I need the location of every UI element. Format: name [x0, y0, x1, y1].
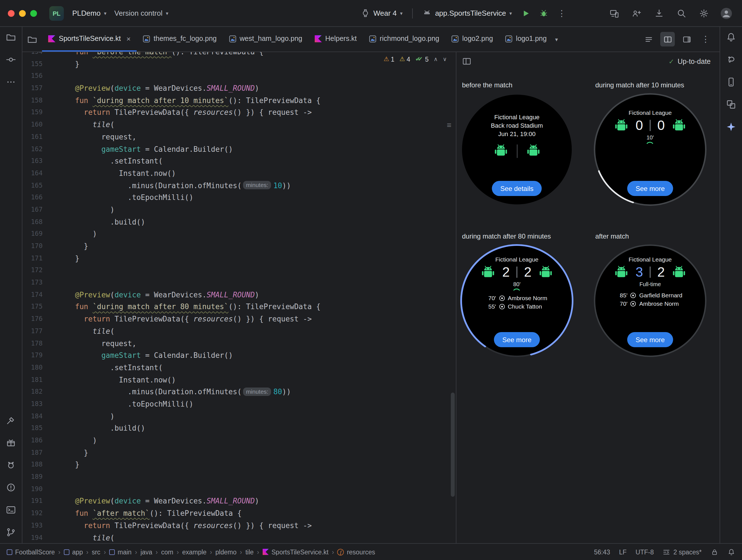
debug-button[interactable] [536, 5, 551, 21]
commit-icon[interactable] [3, 53, 19, 66]
next-problem-icon[interactable]: ∨ [443, 56, 447, 62]
divider [517, 144, 517, 158]
update-project-icon[interactable] [651, 5, 667, 21]
minimize-window-button[interactable] [19, 10, 26, 16]
split-editor-icon[interactable] [660, 32, 675, 47]
watch-preview: during match after 10 minutesFictional L… [595, 81, 705, 204]
watch-action-button[interactable]: See details [492, 181, 542, 196]
scorer-row: 70'Ambrose Norm [618, 300, 682, 307]
watch-action-button[interactable]: See more [494, 332, 540, 347]
code-line: 186 ) [22, 435, 453, 447]
device-selector[interactable]: Wear 4 ▾ [357, 6, 407, 20]
code-with-me-icon[interactable] [629, 5, 645, 21]
version-control-icon[interactable] [3, 525, 19, 539]
breadcrumb-item[interactable]: example [182, 549, 207, 555]
line-number: 171 [22, 252, 43, 264]
indent-setting[interactable]: 2 spaces* [663, 548, 702, 556]
line-number: 187 [22, 447, 43, 459]
code-text: return TilePreviewData({ resources() }) … [75, 107, 312, 119]
breadcrumb-item[interactable]: SportsTileService.kt [263, 549, 329, 555]
code-line: 188} [22, 459, 453, 471]
tab-logo1.png[interactable]: logo1.png [499, 27, 553, 52]
match-info-line: Back road Stadium [491, 121, 543, 130]
watch-action-button[interactable]: See more [627, 332, 673, 347]
notifications-icon[interactable] [723, 30, 739, 44]
device-manager-icon[interactable] [723, 75, 739, 89]
tab-label: richmond_logo.png [380, 35, 439, 43]
status-notifications-icon[interactable] [728, 548, 735, 556]
code-line: 194 tile( [22, 532, 453, 543]
write-protect-icon[interactable] [711, 548, 719, 556]
run-button[interactable] [518, 5, 534, 21]
terminal-icon[interactable] [3, 503, 19, 516]
hidden-tabs-chevron-icon[interactable]: ▾ [555, 36, 558, 42]
settings-icon[interactable] [696, 5, 712, 21]
score-row: 22 [480, 264, 553, 280]
breadcrumb-item[interactable]: java [141, 549, 152, 555]
breadcrumb-item[interactable]: tile [245, 549, 253, 555]
profile-icon[interactable] [719, 5, 734, 21]
gemini-icon[interactable] [723, 120, 739, 133]
scorers-list: 85'Garfield Bernard70'Ambrose Norm [618, 292, 682, 307]
breadcrumb-item[interactable]: pldemo [215, 549, 236, 555]
tab-west_ham_logo.png[interactable]: west_ham_logo.png [223, 27, 309, 52]
code-line: 192fun `after match`(): TilePreviewData … [22, 507, 453, 519]
prev-problem-icon[interactable]: ∧ [434, 56, 438, 62]
project-selector[interactable]: PLDemo ▾ [68, 7, 110, 19]
device-mirror-icon[interactable] [606, 5, 622, 21]
cursor-position[interactable]: 56:43 [594, 549, 610, 555]
tab-richmond_logo.png[interactable]: richmond_logo.png [363, 27, 445, 52]
code-text: Instant.now() [75, 167, 176, 180]
tab-themes_fc_logo.png[interactable]: themes_fc_logo.png [137, 27, 223, 52]
breadcrumb-separator: › [156, 549, 158, 555]
resource-manager-icon[interactable] [723, 97, 739, 111]
vcs-menu[interactable]: Version control ▾ [110, 7, 172, 19]
code-line: 183 .toEpochMilli() [22, 398, 453, 410]
breadcrumb-separator: › [210, 549, 212, 555]
zoom-window-button[interactable] [30, 10, 37, 16]
close-tab-icon[interactable]: × [126, 35, 130, 43]
preview-layout-icon[interactable] [679, 32, 694, 47]
logcat-icon[interactable] [3, 458, 19, 471]
code-editor[interactable]: 154fun `before the match`(): TilePreview… [22, 52, 456, 543]
breadcrumb-item[interactable]: fresources [337, 549, 375, 555]
watch-action-button[interactable]: See more [627, 181, 673, 196]
home-score: 3 [636, 264, 643, 280]
file-encoding[interactable]: UTF-8 [636, 549, 654, 555]
tab-options-kebab-icon[interactable]: ⋮ [698, 32, 713, 47]
more-tools-icon[interactable] [3, 75, 19, 89]
tab-label: logo1.png [516, 35, 547, 43]
preview-layout-mode-icon[interactable] [462, 57, 472, 66]
inspections-widget[interactable]: ⚠1 ⚠4 ✔✔5 ∧ ∨ [384, 55, 447, 63]
indent-icon [663, 548, 671, 556]
tab-SportsTileService.kt[interactable]: SportsTileService.kt× [42, 27, 137, 52]
line-number: 183 [22, 398, 43, 410]
build-icon[interactable] [3, 413, 19, 427]
run-configuration-selector[interactable]: app.SportsTileService ▾ [418, 6, 516, 20]
project-folder-icon[interactable] [27, 34, 38, 45]
editor-list-icon[interactable] [641, 32, 656, 47]
breadcrumb-item[interactable]: main [109, 549, 131, 555]
breadcrumb-item[interactable]: app [64, 549, 83, 555]
module-icon [64, 549, 69, 555]
editor-actions-icon[interactable]: ≡ [447, 120, 452, 130]
packages-icon[interactable] [3, 436, 19, 449]
code-line: 156 [22, 70, 453, 82]
close-window-button[interactable] [8, 10, 14, 16]
tab-Helpers.kt[interactable]: Helpers.kt [309, 27, 363, 52]
code-line: 193 return TilePreviewData({ resources()… [22, 520, 453, 532]
window-controls [8, 10, 37, 16]
tab-logo2.png[interactable]: logo2.png [445, 27, 499, 52]
line-number: 177 [22, 325, 43, 338]
gradle-icon[interactable] [723, 53, 739, 66]
breadcrumb-item[interactable]: src [92, 549, 101, 555]
line-separator[interactable]: LF [619, 549, 627, 555]
editor-scrollbar[interactable] [451, 393, 455, 497]
line-number: 172 [22, 265, 43, 276]
more-actions-button[interactable]: ⋮ [554, 5, 570, 21]
search-icon[interactable] [674, 5, 689, 21]
project-icon[interactable] [3, 30, 19, 44]
breadcrumb-item[interactable]: FootballScore [7, 549, 55, 555]
problems-icon[interactable] [3, 480, 19, 494]
breadcrumb-item[interactable]: com [161, 549, 173, 555]
